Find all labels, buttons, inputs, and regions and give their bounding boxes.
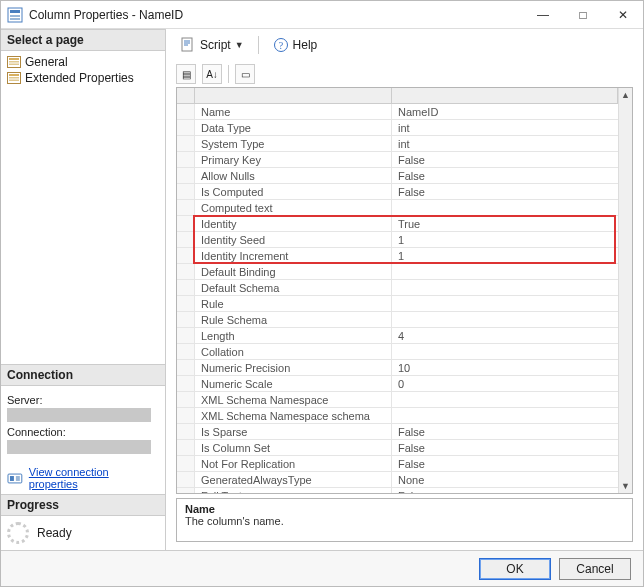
property-row[interactable]: Rule xyxy=(177,296,618,312)
property-row[interactable]: Numeric Precision10 xyxy=(177,360,618,376)
property-row[interactable]: XML Schema Namespace schema xyxy=(177,408,618,424)
maximize-button[interactable]: □ xyxy=(563,1,603,29)
property-row[interactable]: Is SparseFalse xyxy=(177,424,618,440)
property-row[interactable]: IdentityTrue xyxy=(177,216,618,232)
vertical-scrollbar[interactable]: ▲ ▼ xyxy=(618,88,632,493)
property-row[interactable]: Default Schema xyxy=(177,280,618,296)
help-button[interactable]: ? Help xyxy=(269,35,322,55)
property-name: Allow Nulls xyxy=(195,168,392,183)
close-button[interactable]: ✕ xyxy=(603,1,643,29)
property-row[interactable]: Not For ReplicationFalse xyxy=(177,456,618,472)
property-value[interactable] xyxy=(392,280,618,295)
select-page-header: Select a page xyxy=(1,29,165,51)
property-name: Collation xyxy=(195,344,392,359)
window: Column Properties - NameID — □ ✕ Select … xyxy=(0,0,644,587)
page-item-extended-properties[interactable]: Extended Properties xyxy=(3,70,163,86)
window-title: Column Properties - NameID xyxy=(29,8,523,22)
scroll-up-button[interactable]: ▲ xyxy=(619,88,633,102)
property-row[interactable]: Rule Schema xyxy=(177,312,618,328)
page-icon xyxy=(7,72,21,84)
property-value[interactable]: 4 xyxy=(392,328,618,343)
property-value[interactable]: False xyxy=(392,152,618,167)
description-text: The column's name. xyxy=(185,515,624,527)
property-value[interactable]: False xyxy=(392,424,618,439)
property-value[interactable] xyxy=(392,408,618,423)
page-item-general[interactable]: General xyxy=(3,54,163,70)
property-row[interactable]: System Typeint xyxy=(177,136,618,152)
property-row[interactable]: Allow NullsFalse xyxy=(177,168,618,184)
help-icon: ? xyxy=(273,37,289,53)
cancel-button[interactable]: Cancel xyxy=(559,558,631,580)
property-name: Identity xyxy=(195,216,392,231)
property-name: Rule Schema xyxy=(195,312,392,327)
property-name: Data Type xyxy=(195,120,392,135)
property-value[interactable] xyxy=(392,312,618,327)
grid-scroll: NameNameIDData TypeintSystem TypeintPrim… xyxy=(177,88,632,493)
property-value[interactable] xyxy=(392,392,618,407)
script-button[interactable]: Script ▼ xyxy=(176,35,248,55)
property-value[interactable]: int xyxy=(392,120,618,135)
alphabetical-button[interactable]: A↓ xyxy=(202,64,222,84)
svg-rect-5 xyxy=(9,58,19,60)
property-name: Numeric Precision xyxy=(195,360,392,375)
categorized-button[interactable]: ▤ xyxy=(176,64,196,84)
property-row[interactable]: Identity Increment1 xyxy=(177,248,618,264)
property-row[interactable]: Default Binding xyxy=(177,264,618,280)
property-value[interactable]: 1 xyxy=(392,232,618,247)
help-label: Help xyxy=(293,38,318,52)
svg-rect-2 xyxy=(10,15,20,17)
property-value[interactable]: False xyxy=(392,168,618,183)
minimize-button[interactable]: — xyxy=(523,1,563,29)
property-value[interactable]: True xyxy=(392,216,618,231)
property-name: Computed text xyxy=(195,200,392,215)
connection-properties-icon xyxy=(7,470,23,486)
property-row[interactable]: Length4 xyxy=(177,328,618,344)
property-row[interactable]: NameNameID xyxy=(177,104,618,120)
page-list: GeneralExtended Properties xyxy=(1,51,165,89)
script-icon xyxy=(180,37,196,53)
svg-rect-6 xyxy=(9,61,19,63)
property-row[interactable]: Data Typeint xyxy=(177,120,618,136)
scroll-down-button[interactable]: ▼ xyxy=(619,479,633,493)
script-label: Script xyxy=(200,38,231,52)
property-row[interactable]: Numeric Scale0 xyxy=(177,376,618,392)
property-row[interactable]: XML Schema Namespace xyxy=(177,392,618,408)
svg-rect-3 xyxy=(10,18,20,20)
server-label: Server: xyxy=(7,394,159,406)
property-name: GeneratedAlwaysType xyxy=(195,472,392,487)
view-connection-properties-link[interactable]: View connection properties xyxy=(7,466,159,490)
property-value[interactable]: None xyxy=(392,472,618,487)
property-name: Full Text xyxy=(195,488,392,493)
property-row[interactable]: Is ComputedFalse xyxy=(177,184,618,200)
properties-pages-button[interactable]: ▭ xyxy=(235,64,255,84)
property-value[interactable] xyxy=(392,296,618,311)
property-name: Is Sparse xyxy=(195,424,392,439)
property-value[interactable]: 1 xyxy=(392,248,618,263)
property-value[interactable]: 10 xyxy=(392,360,618,375)
property-value[interactable]: 0 xyxy=(392,376,618,391)
property-value[interactable] xyxy=(392,264,618,279)
connection-header: Connection xyxy=(1,364,165,386)
property-value[interactable]: int xyxy=(392,136,618,151)
svg-rect-9 xyxy=(9,74,19,76)
property-name: Is Computed xyxy=(195,184,392,199)
property-row[interactable]: Computed text xyxy=(177,200,618,216)
property-row[interactable]: Is Column SetFalse xyxy=(177,440,618,456)
left-panel: Select a page GeneralExtended Properties… xyxy=(1,29,166,550)
property-value[interactable] xyxy=(392,344,618,359)
property-value[interactable]: False xyxy=(392,184,618,199)
property-row[interactable]: Primary KeyFalse xyxy=(177,152,618,168)
property-value[interactable]: NameID xyxy=(392,104,618,119)
property-name: Identity Seed xyxy=(195,232,392,247)
property-row[interactable]: Identity Seed1 xyxy=(177,232,618,248)
property-value[interactable] xyxy=(392,200,618,215)
toolbar: Script ▼ ? Help xyxy=(166,29,643,61)
property-value[interactable]: False xyxy=(392,488,618,493)
ok-button[interactable]: OK xyxy=(479,558,551,580)
property-value[interactable]: False xyxy=(392,440,618,455)
property-row[interactable]: Full TextFalse xyxy=(177,488,618,493)
property-value[interactable]: False xyxy=(392,456,618,471)
svg-rect-7 xyxy=(9,64,19,66)
property-row[interactable]: GeneratedAlwaysTypeNone xyxy=(177,472,618,488)
property-row[interactable]: Collation xyxy=(177,344,618,360)
